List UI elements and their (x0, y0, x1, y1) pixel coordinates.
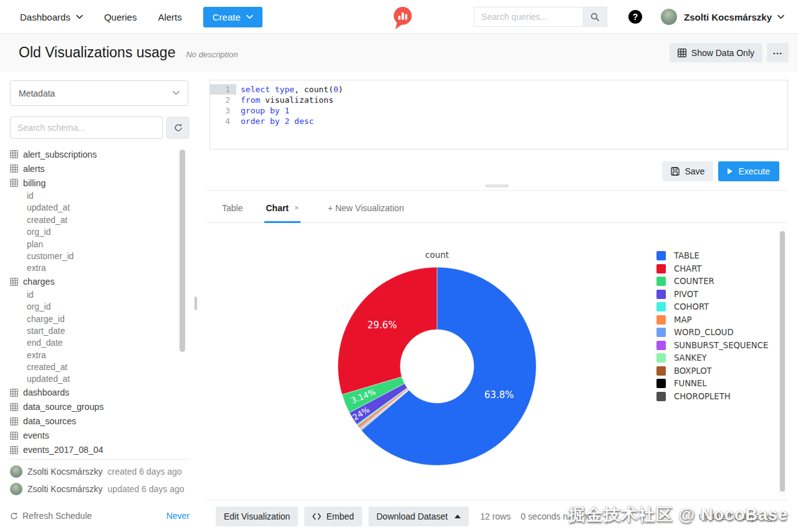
search-queries-group (474, 7, 607, 27)
schema-table-row[interactable]: alerts (10, 161, 176, 176)
legend-item[interactable]: WORD_CLOUD (656, 328, 768, 337)
legend-label: SANKEY (674, 353, 707, 363)
pie-percent-label: 29.6% (367, 320, 397, 331)
legend-label: PIVOT (674, 290, 698, 299)
creator-avatar (10, 465, 22, 478)
schema-table-name: alerts (23, 164, 45, 174)
schema-column-row[interactable]: extra (10, 349, 176, 361)
embed-button[interactable]: Embed (304, 506, 362, 526)
schema-table-row[interactable]: dashboards (10, 386, 176, 400)
tab-chart[interactable]: Chart × (264, 193, 300, 223)
schema-table-row[interactable]: data_sources (10, 414, 176, 429)
save-label: Save (685, 166, 704, 176)
legend-label: BOXPLOT (674, 366, 712, 376)
legend-item[interactable]: CHART (656, 264, 768, 273)
schema-column-row[interactable]: extra (10, 262, 176, 274)
schema-table-row[interactable]: events_2017_08_04 (10, 443, 176, 457)
legend-item[interactable]: MAP (656, 315, 768, 325)
schema-column-row[interactable]: org_id (10, 226, 176, 238)
search-button[interactable] (584, 7, 607, 27)
user-avatar[interactable] (661, 9, 677, 25)
nav-queries[interactable]: Queries (104, 12, 137, 22)
query-description[interactable]: No description (186, 46, 238, 59)
schema-column-row[interactable]: id (10, 289, 176, 301)
schema-column-row[interactable]: id (10, 190, 176, 202)
search-queries-input[interactable] (474, 7, 584, 27)
chart-scrollbar-thumb[interactable] (780, 231, 785, 492)
schema-column-row[interactable]: updated_at (10, 202, 176, 214)
editor-resize-handle[interactable] (485, 184, 509, 188)
tab-table[interactable]: Table (221, 193, 244, 223)
new-visualization-button[interactable]: + New Visualization (328, 203, 404, 213)
legend-swatch (656, 264, 666, 273)
refresh-schema-button[interactable] (166, 116, 190, 139)
schema-table-row[interactable]: billing (10, 176, 176, 190)
save-button[interactable]: Save (662, 161, 713, 181)
legend-item[interactable]: COHORT (656, 302, 768, 311)
schema-column-row[interactable]: created_at (10, 361, 176, 373)
table-grid-icon (10, 446, 18, 454)
sidebar-resize-handle[interactable] (195, 297, 197, 310)
show-data-only-button[interactable]: Show Data Only (670, 43, 762, 62)
legend-label: TABLE (674, 251, 699, 260)
user-menu[interactable]: Zsolti Kocsmárszky (684, 12, 784, 22)
legend-label: SUNBURST_SEQUENCE (674, 341, 768, 350)
legend-item[interactable]: SUNBURST_SEQUENCE (656, 341, 768, 350)
schema-column-row[interactable]: charge_id (10, 313, 176, 325)
close-icon[interactable]: × (294, 203, 299, 212)
help-icon[interactable]: ? (628, 10, 642, 24)
schema-column-row[interactable]: org_id (10, 301, 176, 313)
sql-editor[interactable]: 1234 select type, count(0)from visualiza… (209, 80, 788, 150)
create-button[interactable]: Create (203, 7, 262, 27)
legend-swatch (656, 328, 666, 337)
refresh-icon (174, 123, 183, 132)
download-dataset-button[interactable]: Download Dataset (368, 506, 469, 526)
creator-name[interactable]: Zsolti Kocsmárszky (27, 467, 103, 477)
donut-chart[interactable]: 63.8%2.24%3.14%29.6% (337, 267, 537, 466)
redash-logo-icon[interactable] (392, 6, 414, 31)
execute-button[interactable]: Execute (718, 161, 779, 181)
legend-item[interactable]: FUNNEL (656, 379, 768, 388)
schema-column-row[interactable]: plan (10, 239, 176, 250)
editor-gutter: 1234 (210, 80, 236, 149)
schema-table-name: billing (23, 178, 46, 188)
download-dataset-label: Download Dataset (377, 511, 448, 521)
show-data-only-label: Show Data Only (691, 48, 754, 58)
updater-name[interactable]: Zsolti Kocsmárszky (27, 484, 103, 494)
schema-column-row[interactable]: start_date (10, 325, 176, 337)
pie-percent-label: 63.8% (484, 389, 514, 401)
nav-alerts[interactable]: Alerts (158, 12, 181, 22)
caret-up-icon (454, 515, 461, 518)
editor-lines: select type, count(0)from visualizations… (236, 80, 787, 149)
runtime: 0 seconds runtime (521, 511, 592, 521)
nav-dashboards[interactable]: Dashboards (20, 12, 83, 22)
edit-visualization-button[interactable]: Edit Visualization (216, 506, 298, 526)
legend-item[interactable]: BOXPLOT (656, 366, 768, 376)
legend-item[interactable]: COUNTER (656, 277, 768, 286)
search-schema-input[interactable] (10, 116, 163, 139)
chart-scrollbar[interactable] (779, 229, 786, 496)
execute-label: Execute (738, 166, 770, 176)
legend-label: CHOROPLETH (674, 392, 731, 401)
legend-item[interactable]: TABLE (656, 251, 768, 260)
legend-swatch (656, 379, 666, 388)
refresh-schedule-row: Refresh Schedule Never (10, 511, 190, 521)
schema-scrollbar[interactable] (180, 150, 185, 352)
schema-table-name: data_source_groups (23, 402, 103, 412)
schema-column-row[interactable]: created_at (10, 214, 176, 226)
query-created-row: Zsolti Kocsmárszky created 6 days ago (10, 465, 182, 478)
schema-table-row[interactable]: data_source_groups (10, 400, 176, 414)
more-actions-button[interactable]: ... (767, 43, 789, 62)
refresh-schedule-value[interactable]: Never (166, 511, 190, 521)
schema-table-row[interactable]: events (10, 429, 176, 443)
schema-table-row[interactable]: charges (10, 275, 176, 289)
legend-item[interactable]: PIVOT (656, 290, 768, 299)
schema-column-row[interactable]: customer_id (10, 250, 176, 262)
legend-item[interactable]: CHOROPLETH (656, 392, 768, 401)
schema-column-row[interactable]: updated_at (10, 373, 176, 385)
data-source-select[interactable]: Metadata (10, 80, 188, 106)
legend-item[interactable]: SANKEY (656, 353, 768, 363)
query-main-panel: 1234 select type, count(0)from visualiza… (206, 72, 788, 532)
schema-table-row[interactable]: alert_subscriptions (10, 147, 176, 161)
schema-column-row[interactable]: end_date (10, 337, 176, 349)
